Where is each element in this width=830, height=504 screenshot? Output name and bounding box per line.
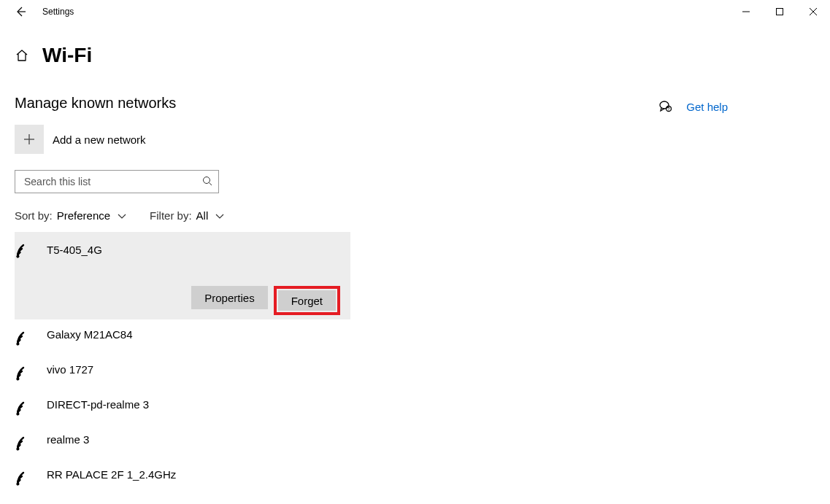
svg-point-14 xyxy=(17,483,20,486)
chevron-down-icon xyxy=(215,209,224,222)
minimize-button[interactable] xyxy=(729,0,763,23)
svg-rect-2 xyxy=(777,9,783,15)
network-item[interactable]: RR PALACE 2F 1_2.4GHz xyxy=(15,460,350,495)
sort-by-value: Preference xyxy=(57,209,110,222)
svg-point-13 xyxy=(17,448,20,451)
svg-text:?: ? xyxy=(668,106,670,111)
svg-line-8 xyxy=(210,182,212,185)
search-input[interactable] xyxy=(23,175,202,188)
svg-point-7 xyxy=(204,177,210,183)
chevron-down-icon xyxy=(118,209,126,222)
network-item[interactable]: Galaxy M21AC84 xyxy=(15,319,350,354)
get-help-link[interactable]: Get help xyxy=(686,101,728,113)
sort-by-label: Sort by: xyxy=(15,209,53,222)
network-name: realme 3 xyxy=(47,433,89,446)
wifi-icon xyxy=(16,241,36,258)
network-name: vivo 1727 xyxy=(47,363,93,376)
svg-point-11 xyxy=(17,378,20,381)
svg-point-10 xyxy=(17,343,20,346)
svg-point-12 xyxy=(17,413,20,416)
network-name: T5-405_4G xyxy=(47,244,102,256)
wifi-icon xyxy=(16,363,36,381)
forget-button[interactable]: Forget xyxy=(278,290,336,311)
sort-by-dropdown[interactable]: Sort by: Preference xyxy=(15,209,126,222)
network-item[interactable]: DIRECT-pd-realme 3 xyxy=(15,389,350,424)
filter-by-label: Filter by: xyxy=(150,209,192,222)
network-name: RR PALACE 2F 1_2.4GHz xyxy=(47,468,176,481)
maximize-button[interactable] xyxy=(763,0,796,23)
forget-button-highlight: Forget xyxy=(274,286,340,315)
section-title: Manage known networks xyxy=(15,95,482,112)
network-item-selected[interactable]: T5-405_4G Properties Forget xyxy=(15,232,350,319)
add-network-button[interactable]: Add a new network xyxy=(15,125,482,154)
network-name: DIRECT-pd-realme 3 xyxy=(47,398,149,411)
properties-button[interactable]: Properties xyxy=(191,286,267,309)
plus-icon xyxy=(15,125,44,154)
svg-point-9 xyxy=(17,255,20,258)
page-title: Wi-Fi xyxy=(42,44,92,67)
back-button[interactable] xyxy=(15,6,26,18)
titlebar: Settings xyxy=(0,0,830,23)
add-network-label: Add a new network xyxy=(53,133,146,146)
network-name: Galaxy M21AC84 xyxy=(47,328,133,341)
filter-by-value: All xyxy=(196,209,209,222)
titlebar-label: Settings xyxy=(42,7,74,17)
network-item[interactable]: vivo 1727 xyxy=(15,354,350,389)
wifi-icon xyxy=(16,433,36,451)
search-box[interactable] xyxy=(15,170,219,193)
wifi-icon xyxy=(16,468,36,486)
wifi-icon xyxy=(16,398,36,416)
network-item[interactable]: realme 3 xyxy=(15,424,350,460)
home-icon[interactable] xyxy=(15,48,29,63)
filter-by-dropdown[interactable]: Filter by: All xyxy=(150,209,224,222)
help-icon: ? xyxy=(658,99,672,115)
search-icon xyxy=(202,176,212,188)
wifi-icon xyxy=(16,328,36,346)
close-button[interactable] xyxy=(796,0,830,23)
